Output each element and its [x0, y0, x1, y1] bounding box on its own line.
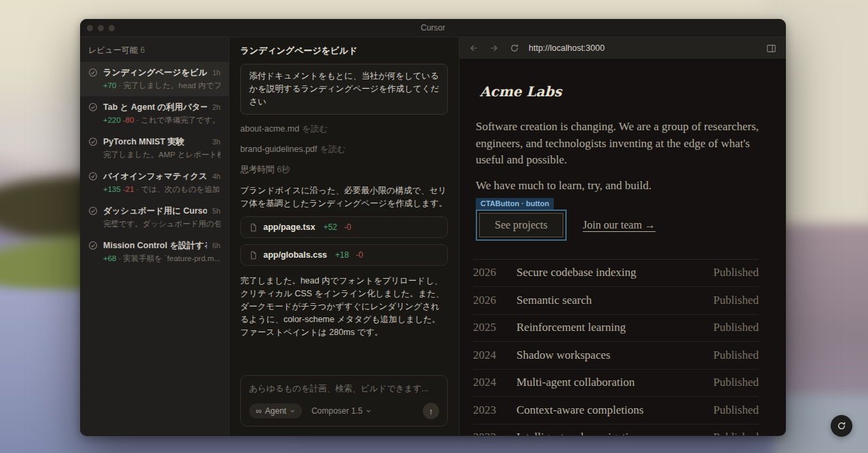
sidebar-item-mission-control[interactable]: Mission Control を設計する6h +68· 実装手順を `feat…	[80, 235, 229, 269]
task-title: ランディングページをビルド	[103, 67, 207, 79]
thinking-duration[interactable]: 思考時間6秒	[240, 164, 448, 176]
timeline-year: 2024	[473, 349, 516, 362]
address-bar[interactable]: http://localhost:3000	[529, 43, 605, 53]
task-preview: 完璧です。ダッシュボード用の包括的...	[103, 219, 221, 229]
infinity-icon: ∞	[256, 406, 262, 416]
timeline-status: Published	[713, 349, 759, 362]
model-dropdown[interactable]: Composer 1.5	[312, 406, 371, 416]
diff-added: +52	[323, 222, 337, 232]
sidebar-header-label: レビュー可能	[88, 45, 138, 55]
tool-file-name: brand-guidelines.pdf	[240, 144, 317, 154]
tool-action-label: を読む	[320, 144, 345, 154]
task-title: ダッシュボード用に Cursor Rul...	[103, 205, 207, 217]
timeline-row: 2023 Context-aware completions Published	[473, 397, 759, 425]
preview-text: · 完了しました。head 内でフォ...	[119, 81, 221, 90]
refresh-icon	[837, 421, 846, 431]
timeline-title: Semantic search	[516, 294, 713, 307]
timeline-year: 2023	[473, 431, 516, 435]
composer-input-box[interactable]: あらゆるものを計画、検索、ビルドできます... ∞ Agent Composer…	[240, 375, 448, 427]
intro-paragraph: Software creation is changing. We are a …	[476, 119, 759, 169]
model-label: Composer 1.5	[312, 406, 362, 416]
sidebar-item-bioinformatics[interactable]: バイオインフォマティクスツール4h +135-21· では、次のものを追加し..…	[80, 165, 229, 200]
sidebar-item-landing-page[interactable]: ランディングページをビルド1h +70· 完了しました。head 内でフォ...	[80, 62, 229, 96]
inspector-element-tag: CTAButton · button	[476, 198, 554, 210]
check-circle-icon	[88, 241, 98, 264]
tool-call-read-file[interactable]: brand-guidelines.pdfを読む	[240, 144, 448, 155]
assistant-message: 完了しました。head 内でフォントをプリロードし、クリティカル CSS をイン…	[240, 275, 448, 339]
thinking-label: 思考時間	[240, 165, 274, 174]
sidebar-item-pytorch-mnist[interactable]: PyTorch MNIST 実験3h 完了しました。AMP とレポート機能...	[80, 131, 229, 165]
timeline-title: Reinforcement learning	[516, 321, 713, 334]
agent-mode-label: Agent	[265, 406, 286, 416]
edited-file-card-globals-css[interactable]: app/globals.css +18 -0	[240, 244, 448, 266]
arrow-up-icon: ↑	[429, 406, 434, 416]
diff-removed: -0	[356, 250, 363, 260]
diff-added: +135	[103, 185, 121, 193]
agent-mode-dropdown[interactable]: ∞ Agent	[249, 403, 302, 418]
preview-text: 完了しました。AMP とレポート機能...	[103, 151, 221, 159]
task-title: PyTorch MNIST 実験	[103, 136, 207, 148]
tool-call-read-file[interactable]: about-acme.mdを読む	[240, 123, 448, 135]
task-title: Tab と Agent の利用パターン...	[103, 102, 207, 113]
timeline-title: Context-aware completions	[516, 403, 713, 417]
refresh-floating-button[interactable]	[831, 415, 852, 437]
task-preview: +135-21· では、次のものを追加し...	[103, 184, 221, 195]
join-team-link[interactable]: Join our team →	[583, 219, 656, 231]
user-message: 添付ドキュメントをもとに、当社が何をしているかを説明するランディングページを作成…	[240, 64, 448, 115]
title-bar[interactable]: Cursor	[80, 19, 786, 37]
agent-chat-panel: ランディングページをビルド 添付ドキュメントをもとに、当社が何をしているかを説明…	[229, 37, 459, 435]
timeline-row: 2023 Intelligent code navigation Publish…	[473, 425, 759, 436]
site-logo: Acme Labs	[480, 83, 759, 100]
sidebar-header-count: 6	[140, 45, 145, 55]
chat-title: ランディングページをビルド	[240, 37, 448, 57]
file-name: app/globals.css	[263, 250, 327, 260]
check-circle-icon	[88, 172, 98, 195]
timeline-row: 2026 Secure codebase indexing Published	[473, 260, 759, 288]
task-title: バイオインフォマティクスツール	[103, 171, 207, 182]
sidebar-item-tab-agent[interactable]: Tab と Agent の利用パターン...2h +220-80· これで準備完…	[80, 96, 229, 131]
agents-sidebar: レビュー可能6 ランディングページをビルド1h +70· 完了しました。head…	[80, 37, 229, 435]
rendered-page: Acme Labs Software creation is changing.…	[459, 60, 786, 435]
cursor-window: Cursor レビュー可能6 ランディングページをビルド1h +70· 完了しま…	[80, 19, 786, 436]
file-name: app/page.tsx	[263, 222, 315, 232]
composer-placeholder[interactable]: あらゆるものを計画、検索、ビルドできます...	[249, 383, 439, 395]
preview-text: · 実装手順を `feature-prd.m...	[119, 254, 221, 262]
back-icon[interactable]	[469, 43, 478, 53]
sidebar-item-cursor-rules[interactable]: ダッシュボード用に Cursor Rul...5h 完璧です。ダッシュボード用の…	[80, 200, 229, 235]
task-preview: +220-80· これで準備完了です。タ...	[103, 115, 221, 125]
check-circle-icon	[88, 137, 98, 160]
sidebar-header: レビュー可能6	[80, 37, 229, 62]
check-circle-icon	[88, 68, 98, 91]
edited-file-card-page-tsx[interactable]: app/page.tsx +52 -0	[240, 216, 448, 238]
check-circle-icon	[88, 102, 98, 125]
timeline-status: Published	[713, 266, 759, 279]
timeline-year: 2026	[473, 266, 516, 279]
see-projects-button[interactable]: See projects	[479, 213, 563, 237]
timeline-status: Published	[713, 321, 759, 334]
thinking-value: 6秒	[277, 165, 290, 174]
chevron-down-icon	[366, 408, 371, 414]
forward-icon[interactable]	[489, 43, 499, 53]
task-preview: 完了しました。AMP とレポート機能...	[103, 150, 221, 160]
preview-text: · これで準備完了です。タ...	[136, 116, 221, 124]
task-time: 4h	[212, 172, 221, 180]
task-preview: +68· 実装手順を `feature-prd.m...	[103, 254, 221, 264]
check-circle-icon	[88, 206, 98, 229]
timeline-row: 2024 Shadow workspaces Published	[473, 342, 759, 370]
file-icon	[249, 223, 258, 232]
window-title: Cursor	[80, 23, 786, 33]
toggle-panel-icon[interactable]	[766, 43, 776, 54]
timeline-title: Intelligent code navigation	[516, 431, 713, 435]
timeline-year: 2025	[473, 321, 516, 334]
timeline-title: Shadow workspaces	[516, 349, 713, 362]
task-title: Mission Control を設計する	[103, 240, 207, 252]
timeline-table: 2026 Secure codebase indexing Published …	[473, 259, 759, 436]
task-preview: +70· 完了しました。head 内でフォ...	[103, 81, 221, 91]
task-time: 1h	[212, 68, 221, 77]
diff-added: +18	[335, 250, 349, 260]
tool-action-label: を読む	[302, 124, 328, 134]
send-button[interactable]: ↑	[423, 403, 439, 419]
reload-icon[interactable]	[510, 43, 519, 53]
wallpaper-mountain-right	[774, 224, 868, 414]
timeline-status: Published	[713, 294, 759, 307]
